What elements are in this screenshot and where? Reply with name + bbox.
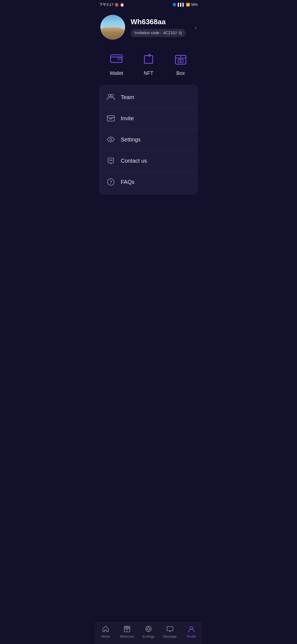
status-left: 下午3:17 🔕 ⏰	[99, 2, 124, 7]
wifi-icon: 📶	[186, 3, 190, 7]
wallet-action[interactable]: Wallet	[108, 50, 125, 76]
team-label: Team	[121, 94, 134, 100]
quick-actions: Wallet NFT N Box	[95, 44, 202, 84]
nft-icon	[142, 51, 155, 65]
username: Wh6368aa	[131, 18, 189, 26]
contact-label: Contact us	[121, 158, 147, 164]
svg-marker-16	[107, 137, 114, 142]
faqs-label: FAQs	[121, 179, 134, 185]
invitation-text: Invitation code：4CZ10J	[134, 31, 177, 36]
time-display: 下午3:17	[99, 2, 113, 7]
svg-point-17	[110, 138, 112, 141]
box-icon-container: N	[172, 50, 189, 67]
profile-info: Wh6368aa Invitation code：4CZ10J ⧉	[131, 18, 189, 37]
svg-rect-3	[144, 56, 153, 63]
svg-point-19	[110, 160, 111, 161]
nft-icon-container	[140, 50, 157, 67]
settings-label: Settings	[121, 137, 141, 143]
copy-icon[interactable]: ⧉	[179, 31, 182, 36]
team-menu-item[interactable]: Team	[99, 87, 198, 108]
invite-menu-item[interactable]: Invite	[99, 108, 198, 129]
mute-icon: 🔕	[114, 3, 119, 7]
settings-icon	[106, 135, 116, 144]
battery-display: 56%	[191, 3, 198, 7]
wallet-icon-container	[108, 50, 125, 67]
svg-point-18	[109, 160, 110, 161]
svg-rect-1	[117, 57, 122, 60]
profile-header: Wh6368aa Invitation code：4CZ10J ⧉ ›	[95, 8, 202, 44]
svg-point-12	[108, 94, 111, 97]
svg-text:N: N	[180, 59, 182, 62]
svg-point-13	[111, 94, 114, 97]
profile-chevron-right[interactable]: ›	[195, 24, 197, 31]
faqs-icon: ?	[106, 177, 116, 187]
menu-card: Team Invite Settings	[99, 84, 198, 195]
avatar[interactable]	[100, 15, 125, 40]
status-bar: 下午3:17 🔕 ⏰ 🔵 ▌▌▌ 📶 56%	[95, 0, 202, 8]
signal-icon: ▌▌▌	[178, 3, 185, 7]
contact-icon	[106, 156, 116, 166]
svg-text:?: ?	[110, 180, 112, 184]
alarm-icon: ⏰	[120, 3, 124, 7]
status-right: 🔵 ▌▌▌ 📶 56%	[172, 3, 198, 7]
contact-menu-item[interactable]: Contact us	[99, 150, 198, 171]
team-icon	[106, 92, 116, 102]
invite-label: Invite	[121, 115, 134, 122]
bluetooth-icon: 🔵	[172, 3, 177, 7]
svg-rect-14	[107, 116, 114, 121]
box-icon: N	[174, 51, 188, 65]
svg-point-6	[149, 55, 150, 56]
svg-point-20	[111, 160, 112, 161]
wallet-label: Wallet	[110, 70, 123, 76]
invite-icon	[106, 113, 116, 123]
wallet-icon	[109, 51, 123, 65]
nft-label: NFT	[144, 70, 153, 76]
invitation-badge[interactable]: Invitation code：4CZ10J ⧉	[131, 29, 186, 37]
nft-action[interactable]: NFT	[140, 50, 157, 76]
faqs-menu-item[interactable]: ? FAQs	[99, 171, 198, 192]
box-action[interactable]: N Box	[172, 50, 189, 76]
box-label: Box	[176, 70, 185, 76]
settings-menu-item[interactable]: Settings	[99, 129, 198, 150]
